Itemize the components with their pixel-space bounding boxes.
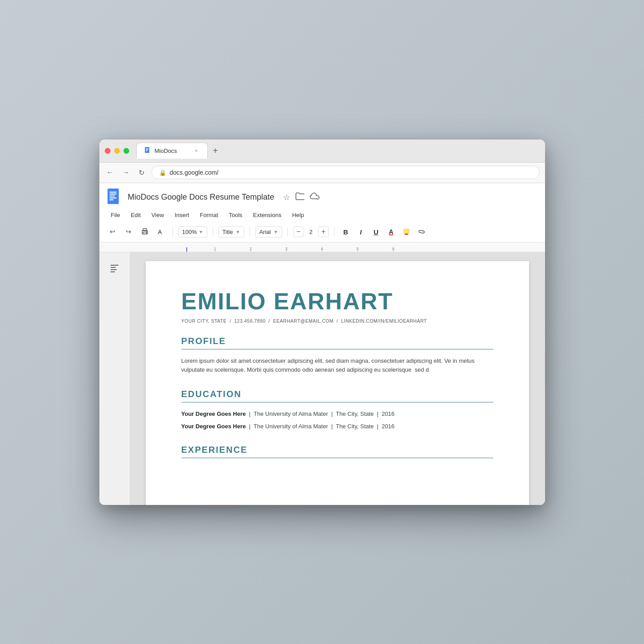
browser-tab[interactable]: MioDocs × bbox=[136, 143, 208, 159]
url-bar[interactable]: 🔒 docs.google.com/ bbox=[152, 166, 540, 179]
svg-rect-8 bbox=[109, 197, 116, 198]
menu-extensions[interactable]: Extensions bbox=[249, 210, 286, 220]
url-text: docs.google.com/ bbox=[170, 169, 219, 176]
tab-label: MioDocs bbox=[155, 148, 177, 154]
cloud-icon[interactable] bbox=[310, 193, 320, 202]
menu-bar: File Edit View Insert Format Tools Exten… bbox=[107, 208, 538, 222]
underline-button[interactable]: U bbox=[370, 226, 382, 238]
edu-row-2: Your Degree Goes Here | The University o… bbox=[181, 422, 493, 431]
edu-year-2: 2016 bbox=[381, 423, 394, 430]
outline-icon[interactable] bbox=[107, 261, 122, 275]
svg-rect-20 bbox=[111, 271, 115, 272]
svg-rect-19 bbox=[111, 269, 117, 270]
toolbar-divider-5 bbox=[334, 227, 335, 236]
menu-edit[interactable]: Edit bbox=[126, 210, 145, 220]
content-area: EMILIO EARHART YOUR CITY, STATE / 123.45… bbox=[99, 252, 545, 505]
toolbar-divider-2 bbox=[213, 227, 213, 236]
svg-rect-7 bbox=[109, 195, 115, 196]
experience-title: EXPERIENCE bbox=[181, 445, 493, 458]
font-label: Arial bbox=[259, 229, 271, 235]
traffic-lights bbox=[105, 148, 129, 154]
edu-degree-1: Your Degree Goes Here bbox=[181, 410, 246, 417]
zoom-selector[interactable]: 100% ▼ bbox=[178, 226, 207, 238]
close-button[interactable] bbox=[105, 148, 111, 154]
font-selector[interactable]: Arial ▼ bbox=[255, 226, 282, 238]
svg-rect-2 bbox=[146, 150, 148, 150]
folder-icon[interactable] bbox=[295, 192, 304, 202]
lock-icon: 🔒 bbox=[159, 169, 166, 176]
edu-location-2: The City, State bbox=[336, 423, 374, 430]
minimize-button[interactable] bbox=[114, 148, 120, 154]
svg-point-13 bbox=[146, 231, 147, 232]
menu-insert[interactable]: Insert bbox=[170, 210, 194, 220]
svg-rect-6 bbox=[109, 193, 116, 194]
style-label: Title bbox=[222, 229, 233, 235]
svg-rect-9 bbox=[109, 199, 113, 200]
doc-title-row: MioDocs Google Docs Resume Template ☆ bbox=[107, 189, 538, 206]
toolbar-divider-1 bbox=[172, 227, 173, 236]
svg-text:A: A bbox=[158, 229, 162, 235]
highlight-button[interactable] bbox=[401, 226, 412, 238]
svg-rect-18 bbox=[111, 267, 116, 268]
redo-button[interactable]: ↪ bbox=[123, 226, 135, 238]
new-tab-button[interactable]: + bbox=[209, 144, 222, 158]
font-dropdown-icon: ▼ bbox=[274, 230, 278, 234]
bold-button[interactable]: B bbox=[340, 226, 352, 238]
tab-close-icon[interactable]: × bbox=[193, 147, 200, 154]
toolbar-divider-3 bbox=[250, 227, 250, 236]
paint-format-button[interactable]: A bbox=[155, 226, 167, 238]
menu-file[interactable]: File bbox=[107, 210, 125, 220]
menu-view[interactable]: View bbox=[147, 210, 168, 220]
profile-title: PROFILE bbox=[181, 336, 493, 349]
zoom-value: 100% bbox=[182, 229, 197, 235]
experience-section: EXPERIENCE bbox=[181, 445, 493, 458]
font-size-control: − 2 + bbox=[293, 226, 329, 237]
link-button[interactable] bbox=[416, 226, 427, 238]
edu-university-2: The University of Alma Mater bbox=[254, 423, 328, 430]
doc-title-actions: ☆ bbox=[283, 192, 320, 202]
browser-window: MioDocs × + ← → ↻ 🔒 docs.google.com/ Mio bbox=[99, 139, 545, 505]
maximize-button[interactable] bbox=[123, 148, 129, 154]
refresh-button[interactable]: ↻ bbox=[137, 167, 146, 179]
font-size-decrease[interactable]: − bbox=[293, 226, 304, 237]
edu-location-1: The City, State bbox=[336, 410, 374, 417]
svg-rect-5 bbox=[109, 191, 116, 192]
forward-button[interactable]: → bbox=[121, 167, 131, 178]
menu-help[interactable]: Help bbox=[287, 210, 308, 220]
svg-rect-15 bbox=[404, 229, 409, 233]
tab-area: MioDocs × + bbox=[136, 143, 540, 159]
education-title: EDUCATION bbox=[181, 389, 493, 402]
google-docs-icon bbox=[107, 189, 123, 206]
document-area[interactable]: EMILIO EARHART YOUR CITY, STATE / 123.45… bbox=[130, 252, 545, 505]
toolbar-divider-4 bbox=[287, 227, 288, 236]
font-size-increase[interactable]: + bbox=[318, 226, 329, 237]
edu-university-1: The University of Alma Mater bbox=[254, 410, 328, 417]
edu-degree-2: Your Degree Goes Here bbox=[181, 423, 246, 430]
address-bar: ← → ↻ 🔒 docs.google.com/ bbox=[99, 163, 545, 183]
menu-format[interactable]: Format bbox=[195, 210, 222, 220]
svg-rect-1 bbox=[146, 148, 148, 149]
print-button[interactable] bbox=[139, 226, 151, 238]
svg-rect-16 bbox=[405, 234, 408, 235]
star-icon[interactable]: ☆ bbox=[283, 193, 290, 202]
menu-tools[interactable]: Tools bbox=[225, 210, 247, 220]
title-bar: MioDocs × + bbox=[99, 139, 545, 163]
svg-rect-17 bbox=[111, 265, 119, 266]
font-size-value[interactable]: 2 bbox=[306, 229, 316, 235]
undo-button[interactable]: ↩ bbox=[107, 226, 119, 238]
docs-tab-icon bbox=[144, 147, 151, 154]
style-selector[interactable]: Title ▼ bbox=[218, 226, 244, 238]
zoom-dropdown-icon: ▼ bbox=[199, 230, 203, 234]
doc-title[interactable]: MioDocs Google Docs Resume Template bbox=[128, 193, 275, 202]
svg-rect-12 bbox=[143, 232, 147, 234]
svg-rect-3 bbox=[146, 151, 148, 151]
toolbar: ↩ ↪ A 100% ▼ Title ▼ Arial ▼ bbox=[99, 222, 545, 242]
doc-header: MioDocs Google Docs Resume Template ☆ Fi… bbox=[99, 183, 545, 222]
document-page: EMILIO EARHART YOUR CITY, STATE / 123.45… bbox=[146, 261, 529, 505]
font-color-button[interactable]: A bbox=[386, 226, 397, 238]
back-button[interactable]: ← bbox=[105, 167, 115, 178]
italic-button[interactable]: I bbox=[355, 226, 367, 238]
education-section: EDUCATION Your Degree Goes Here | The Un… bbox=[181, 389, 493, 431]
resume-contact: YOUR CITY, STATE / 123.456.7890 / EEARHA… bbox=[181, 318, 493, 324]
resume-name: EMILIO EARHART bbox=[181, 288, 493, 315]
